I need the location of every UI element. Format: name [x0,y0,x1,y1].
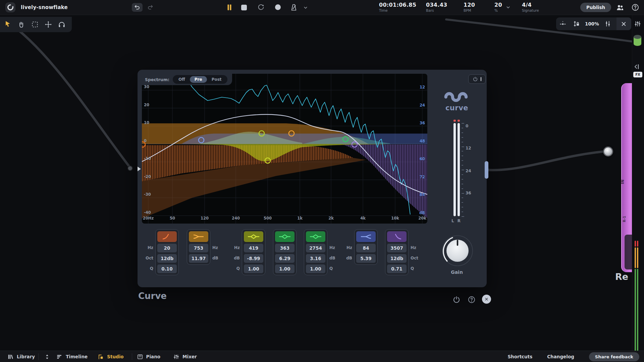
marquee-icon[interactable] [31,20,39,28]
band-3-q-value[interactable]: 1.00 [244,264,263,273]
cursor-icon[interactable] [4,20,12,28]
spectrum-label: Spectrum: [145,77,169,82]
low-pass-filter-icon[interactable] [387,231,407,242]
band-7-q-value[interactable]: 0.71 [387,264,407,273]
record-button[interactable] [275,4,281,10]
changelog-link[interactable]: Changelog [547,354,574,359]
band-7-hz-value[interactable]: 3507 [387,244,407,252]
bell-filter-icon[interactable] [244,231,263,242]
band-6-db-value[interactable]: 5.39 [356,254,376,263]
meter-tick [462,184,463,184]
project-title[interactable]: lively-snowflake [21,4,68,10]
status-time[interactable]: 00:01:06.85Time [379,2,417,14]
freq-axis-label: 20Hz [143,216,154,221]
meter-tick [462,207,463,207]
band-param-label: Oct [143,254,153,262]
focus-icon[interactable] [559,20,567,27]
band-6-hz-value[interactable]: 84 [356,244,376,252]
band-4-q-value[interactable]: 1.00 [275,264,294,273]
tab-label: Studio [107,354,123,359]
zoom-level[interactable]: 100% [585,21,599,26]
band-4-db-value[interactable]: 6.29 [275,254,294,263]
tab-piano[interactable]: Piano [137,354,161,360]
band-param-label: Oct [411,254,421,262]
status-signature[interactable]: 4/4Signature [522,2,542,14]
band-2-db-value[interactable]: 11.97 [189,254,208,263]
spectrum-option-post[interactable]: Post [207,76,226,83]
plugin-input-arrow-icon [138,167,141,171]
band-3-hz-value[interactable]: 419 [244,244,263,252]
meter-tick [462,179,463,180]
move-icon[interactable] [44,20,52,28]
storage-cylinder-icon[interactable] [633,34,642,47]
tab-mixer[interactable]: Mixer [173,354,197,360]
highpass-filter-icon[interactable] [157,231,177,242]
shortcuts-link[interactable]: Shortcuts [507,354,532,359]
band-1-hz-value[interactable]: 20 [157,244,177,252]
plugin-footer-help-icon[interactable] [468,296,476,304]
pause-button[interactable] [225,3,233,11]
share-feedback-button[interactable]: Share feedback [589,352,639,361]
low-shelf-filter-icon[interactable] [189,231,208,242]
level-meter-red [637,241,638,247]
gain-knob[interactable] [441,234,474,267]
spectrum-segmented-control: OffPrePost [173,75,227,84]
tab-timeline[interactable]: Timeline [56,354,88,360]
cable-connector[interactable] [603,146,613,157]
hand-icon[interactable] [17,20,25,28]
meter-tick [462,123,464,124]
band-param-label: dB [230,254,240,262]
app-logo-icon[interactable] [5,2,15,12]
publish-button[interactable]: Publish [580,3,611,12]
band-7-oct-value[interactable]: 12db [387,254,407,263]
bell-filter-icon[interactable] [275,231,294,242]
plugin-close-button[interactable] [482,295,491,304]
bell-filter-icon[interactable] [306,231,325,242]
spectrum-axis-label: 72 [420,175,425,179]
tab-library[interactable]: Library [7,354,35,360]
band-2-hz-value[interactable]: 753 [189,244,208,252]
eq-graph[interactable]: 3020100-10-20-30-4012243648607284dB20Hz5… [142,74,427,224]
fx-badge[interactable]: FX [633,72,642,77]
status-chevron-down-icon[interactable] [505,4,511,10]
clip-indicator[interactable] [453,120,456,122]
metronome-button[interactable] [290,3,298,11]
band-4-hz-value[interactable]: 363 [275,244,294,252]
freq-axis-label: 120 [201,216,209,221]
clip-indicator[interactable] [458,120,460,122]
spectrum-axis-label: 24 [420,103,425,108]
swap-tracks-button[interactable] [44,354,50,360]
spectrum-option-pre[interactable]: Pre [190,76,207,83]
band-3-db-value[interactable]: -8.99 [244,254,263,263]
spectrum-axis-label: 36 [420,121,425,125]
filter-sliders-icon[interactable] [604,20,611,27]
panel-toggle-sliders-icon[interactable] [634,20,641,27]
band-1-q-value[interactable]: 0.10 [157,264,177,273]
status-bpm[interactable]: 120BPM [464,2,485,14]
redo-button[interactable] [147,4,154,11]
undo-button[interactable] [132,3,143,12]
band-4-bell-filter: 3636.291.00 [273,229,297,275]
high-shelf-filter-icon[interactable] [356,231,376,242]
collapse-panel-icon[interactable] [634,64,641,70]
redo-icon [147,4,154,11]
plugin-power-toggle[interactable] [468,74,486,84]
band-1-oct-value[interactable]: 12db [157,254,177,263]
status-bars[interactable]: 034.43Bars [426,2,454,14]
rack-device[interactable]: IN R-1 [621,83,633,272]
plugin-footer-power-icon[interactable] [452,296,461,304]
headphones-icon[interactable] [58,20,66,28]
plugin-output-handle[interactable] [485,161,488,179]
band-5-db-value[interactable]: 3.16 [306,254,325,263]
collaborators-icon[interactable] [616,3,624,12]
band-5-hz-value[interactable]: 2754 [306,244,325,252]
band-5-q-value[interactable]: 1.00 [306,264,325,273]
transport-chevron-down-icon[interactable] [303,5,309,11]
tab-studio[interactable]: Studio [98,354,123,360]
loop-button[interactable] [257,3,265,11]
spectrum-option-off[interactable]: Off [174,76,190,83]
stop-button[interactable] [241,5,247,10]
close-view-button[interactable] [616,17,631,30]
vertical-zoom-lock-icon[interactable] [573,20,580,27]
help-icon[interactable] [631,3,639,11]
